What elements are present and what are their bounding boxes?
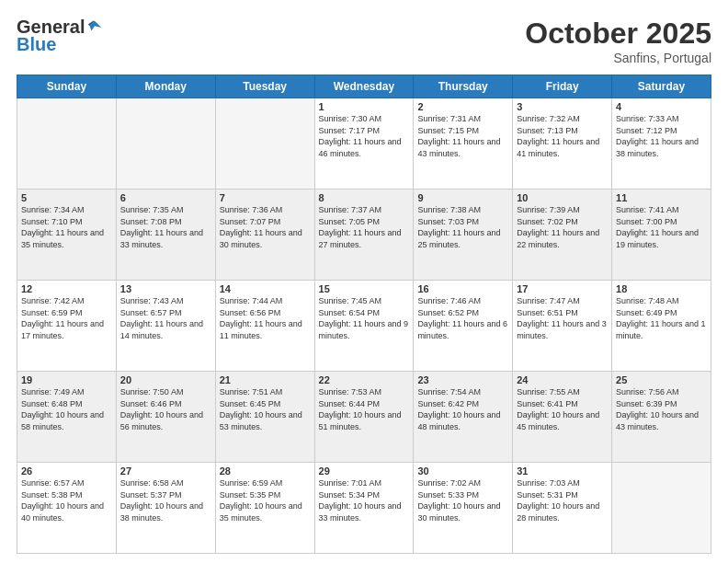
day-info: Sunrise: 7:41 AM Sunset: 7:00 PM Dayligh… [616,204,707,250]
day-number: 12 [21,283,112,294]
calendar-cell: 25Sunrise: 7:56 AM Sunset: 6:39 PM Dayli… [612,372,711,463]
day-info: Sunrise: 7:45 AM Sunset: 6:54 PM Dayligh… [319,295,410,341]
day-info: Sunrise: 7:56 AM Sunset: 6:39 PM Dayligh… [616,386,707,432]
day-number: 30 [417,465,508,477]
calendar-cell: 11Sunrise: 7:41 AM Sunset: 7:00 PM Dayli… [612,190,711,281]
calendar-week-row: 19Sunrise: 7:49 AM Sunset: 6:48 PM Dayli… [17,372,711,463]
logo-blue-text: Blue [17,34,56,54]
day-info: Sunrise: 7:39 AM Sunset: 7:02 PM Dayligh… [517,204,608,250]
day-info: Sunrise: 6:58 AM Sunset: 5:37 PM Dayligh… [120,477,211,523]
title-block: October 2025 Sanfins, Portugal [525,17,711,65]
calendar-cell: 8Sunrise: 7:37 AM Sunset: 7:05 PM Daylig… [314,190,414,281]
calendar-cell [17,98,117,190]
calendar-cell [612,463,711,554]
day-number: 5 [21,192,112,203]
day-number: 13 [120,283,211,294]
day-number: 28 [220,465,311,477]
day-number: 9 [417,192,508,203]
day-number: 8 [319,192,410,203]
day-header-wednesday: Wednesday [314,75,414,98]
day-header-friday: Friday [513,75,612,98]
calendar-cell: 19Sunrise: 7:49 AM Sunset: 6:48 PM Dayli… [17,372,117,463]
day-number: 15 [319,283,410,294]
calendar-cell: 12Sunrise: 7:42 AM Sunset: 6:59 PM Dayli… [17,281,117,372]
calendar-cell [116,98,215,190]
day-info: Sunrise: 7:03 AM Sunset: 5:31 PM Dayligh… [517,477,608,523]
day-info: Sunrise: 7:31 AM Sunset: 7:15 PM Dayligh… [417,113,508,159]
day-info: Sunrise: 7:36 AM Sunset: 7:07 PM Dayligh… [220,204,311,250]
day-number: 3 [517,101,608,112]
day-info: Sunrise: 7:33 AM Sunset: 7:12 PM Dayligh… [616,113,707,159]
calendar-cell: 20Sunrise: 7:50 AM Sunset: 6:46 PM Dayli… [116,372,215,463]
calendar-table: SundayMondayTuesdayWednesdayThursdayFrid… [17,75,711,554]
day-info: Sunrise: 7:53 AM Sunset: 6:44 PM Dayligh… [319,386,410,432]
day-number: 25 [616,374,707,385]
day-number: 29 [319,465,410,477]
calendar-cell: 13Sunrise: 7:43 AM Sunset: 6:57 PM Dayli… [116,281,215,372]
calendar-cell [215,98,314,190]
calendar-cell: 9Sunrise: 7:38 AM Sunset: 7:03 PM Daylig… [414,190,513,281]
calendar-week-row: 1Sunrise: 7:30 AM Sunset: 7:17 PM Daylig… [17,98,711,190]
logo: General Blue [17,17,103,55]
day-info: Sunrise: 7:48 AM Sunset: 6:49 PM Dayligh… [616,295,707,341]
day-info: Sunrise: 7:47 AM Sunset: 6:51 PM Dayligh… [517,295,608,341]
header: General Blue October 2025 Sanfins, Portu… [17,17,711,65]
day-number: 22 [319,374,410,385]
calendar-cell: 21Sunrise: 7:51 AM Sunset: 6:45 PM Dayli… [215,372,314,463]
day-number: 24 [517,374,608,385]
day-number: 18 [616,283,707,294]
calendar-cell: 5Sunrise: 7:34 AM Sunset: 7:10 PM Daylig… [17,190,117,281]
day-number: 6 [120,192,211,203]
calendar-cell: 27Sunrise: 6:58 AM Sunset: 5:37 PM Dayli… [116,463,215,554]
calendar-cell: 22Sunrise: 7:53 AM Sunset: 6:44 PM Dayli… [314,372,414,463]
day-info: Sunrise: 7:37 AM Sunset: 7:05 PM Dayligh… [319,204,410,250]
page: General Blue October 2025 Sanfins, Portu… [0,0,728,563]
location: Sanfins, Portugal [525,51,711,65]
calendar-cell: 18Sunrise: 7:48 AM Sunset: 6:49 PM Dayli… [612,281,711,372]
calendar-cell: 4Sunrise: 7:33 AM Sunset: 7:12 PM Daylig… [612,98,711,190]
day-info: Sunrise: 7:42 AM Sunset: 6:59 PM Dayligh… [21,295,112,341]
day-number: 1 [319,101,410,112]
calendar-cell: 30Sunrise: 7:02 AM Sunset: 5:33 PM Dayli… [414,463,513,554]
day-header-monday: Monday [116,75,215,98]
day-number: 14 [220,283,311,294]
calendar-cell: 23Sunrise: 7:54 AM Sunset: 6:42 PM Dayli… [414,372,513,463]
day-number: 17 [517,283,608,294]
calendar-cell: 15Sunrise: 7:45 AM Sunset: 6:54 PM Dayli… [314,281,414,372]
day-info: Sunrise: 7:38 AM Sunset: 7:03 PM Dayligh… [417,204,508,250]
calendar-cell: 29Sunrise: 7:01 AM Sunset: 5:34 PM Dayli… [314,463,414,554]
calendar-cell: 10Sunrise: 7:39 AM Sunset: 7:02 PM Dayli… [513,190,612,281]
day-header-thursday: Thursday [414,75,513,98]
day-info: Sunrise: 7:01 AM Sunset: 5:34 PM Dayligh… [319,477,410,523]
day-info: Sunrise: 6:59 AM Sunset: 5:35 PM Dayligh… [220,477,311,523]
calendar-cell: 16Sunrise: 7:46 AM Sunset: 6:52 PM Dayli… [414,281,513,372]
month-title: October 2025 [525,17,711,51]
day-number: 4 [616,101,707,112]
day-info: Sunrise: 7:34 AM Sunset: 7:10 PM Dayligh… [21,204,112,250]
day-header-tuesday: Tuesday [215,75,314,98]
day-info: Sunrise: 7:43 AM Sunset: 6:57 PM Dayligh… [120,295,211,341]
day-info: Sunrise: 7:51 AM Sunset: 6:45 PM Dayligh… [220,386,311,432]
day-info: Sunrise: 7:50 AM Sunset: 6:46 PM Dayligh… [120,386,211,432]
day-info: Sunrise: 7:44 AM Sunset: 6:56 PM Dayligh… [220,295,311,341]
day-info: Sunrise: 7:35 AM Sunset: 7:08 PM Dayligh… [120,204,211,250]
day-number: 2 [417,101,508,112]
calendar-cell: 3Sunrise: 7:32 AM Sunset: 7:13 PM Daylig… [513,98,612,190]
calendar-cell: 17Sunrise: 7:47 AM Sunset: 6:51 PM Dayli… [513,281,612,372]
day-info: Sunrise: 6:57 AM Sunset: 5:38 PM Dayligh… [21,477,112,523]
calendar-cell: 24Sunrise: 7:55 AM Sunset: 6:41 PM Dayli… [513,372,612,463]
calendar-cell: 26Sunrise: 6:57 AM Sunset: 5:38 PM Dayli… [17,463,117,554]
calendar-cell: 7Sunrise: 7:36 AM Sunset: 7:07 PM Daylig… [215,190,314,281]
day-info: Sunrise: 7:30 AM Sunset: 7:17 PM Dayligh… [319,113,410,159]
day-number: 27 [120,465,211,477]
day-info: Sunrise: 7:46 AM Sunset: 6:52 PM Dayligh… [417,295,508,341]
day-info: Sunrise: 7:49 AM Sunset: 6:48 PM Dayligh… [21,386,112,432]
day-number: 23 [417,374,508,385]
day-number: 31 [517,465,608,477]
calendar-week-row: 26Sunrise: 6:57 AM Sunset: 5:38 PM Dayli… [17,463,711,554]
day-number: 20 [120,374,211,385]
calendar-week-row: 5Sunrise: 7:34 AM Sunset: 7:10 PM Daylig… [17,190,711,281]
day-header-saturday: Saturday [612,75,711,98]
calendar-cell: 28Sunrise: 6:59 AM Sunset: 5:35 PM Dayli… [215,463,314,554]
day-number: 26 [21,465,112,477]
